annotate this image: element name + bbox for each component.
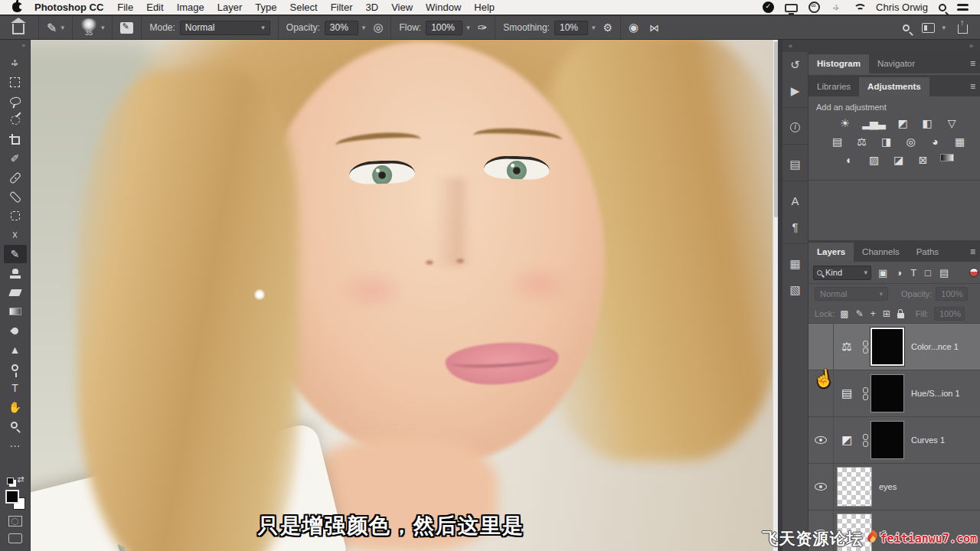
invert-icon[interactable]: ◐ <box>842 154 856 166</box>
tab-adjustments[interactable]: Adjustments <box>859 77 929 96</box>
pressure-size-icon[interactable]: ◉ <box>629 21 639 34</box>
extension-icon[interactable] <box>831 2 842 13</box>
layer-filtering-toggle[interactable] <box>969 268 978 277</box>
panel-menu-icon[interactable]: ≡ <box>970 81 975 92</box>
menu-layer[interactable]: Layer <box>217 2 243 13</box>
filter-adjustment-layers-icon[interactable]: ◑ <box>896 267 902 279</box>
filter-kind-select[interactable]: Kind ▾ <box>813 266 871 280</box>
chevron-down-icon[interactable]: ▾ <box>466 24 470 31</box>
dodge-tool[interactable] <box>4 360 27 378</box>
history-panel-icon[interactable]: ↺ <box>782 52 808 78</box>
workspace-switcher[interactable]: ▾ <box>922 23 946 33</box>
content-aware-move-tool[interactable]: ☓ <box>4 226 27 244</box>
fill-input[interactable]: 100% <box>934 307 965 321</box>
lasso-tool[interactable] <box>4 92 27 110</box>
photo-filter-icon[interactable]: ◎ <box>903 135 917 148</box>
menu-image[interactable]: Image <box>177 2 204 13</box>
type-tool[interactable]: T <box>4 379 27 397</box>
chevron-down-icon[interactable]: ▾ <box>592 24 596 31</box>
hand-tool[interactable]: ✋ <box>4 398 27 416</box>
layer-name[interactable]: eyes <box>879 482 897 491</box>
smoothing-input[interactable]: 10% <box>554 21 588 35</box>
chevron-down-icon[interactable]: ▾ <box>60 24 64 31</box>
document-canvas[interactable]: ⚓ <box>31 40 778 551</box>
opacity-input[interactable]: 30% <box>325 21 358 35</box>
brush-settings-panel-icon[interactable] <box>120 22 133 34</box>
brush-preview[interactable]: 35 <box>80 18 97 37</box>
menubar-user-name[interactable]: Chris Orwig <box>876 2 928 13</box>
gradient-tool[interactable] <box>4 302 27 321</box>
black-white-icon[interactable]: ◨ <box>879 135 893 148</box>
color-swatches[interactable] <box>5 490 25 510</box>
layer-thumbnail[interactable] <box>837 467 872 507</box>
chevron-down-icon[interactable]: ▾ <box>362 24 366 31</box>
sharpen-tool[interactable]: ▲ <box>4 341 27 359</box>
default-swap-colors-icon[interactable] <box>7 476 24 487</box>
channel-mixer-icon[interactable]: ◕ <box>928 135 942 148</box>
blend-mode-select[interactable]: Normal ▾ <box>180 21 270 35</box>
smoothing-gear-icon[interactable]: ⚙ <box>603 21 612 34</box>
layer-mask-thumbnail[interactable] <box>871 328 904 366</box>
panel-menu-icon[interactable]: ≡ <box>970 58 975 69</box>
app-menu-photoshop[interactable]: Photoshop CC <box>34 2 103 13</box>
quick-selection-tool[interactable] <box>4 111 27 129</box>
lock-all-icon[interactable] <box>897 313 904 318</box>
threshold-icon[interactable]: ◪ <box>891 154 905 166</box>
tab-paths[interactable]: Paths <box>908 243 947 262</box>
display-icon[interactable] <box>785 4 798 12</box>
chevron-down-icon[interactable]: ▾ <box>101 24 105 31</box>
posterize-icon[interactable]: ▨ <box>867 154 880 166</box>
filter-smart-objects-icon[interactable]: ▤ <box>939 267 949 279</box>
task-status-icon[interactable] <box>763 2 774 13</box>
clone-source-panel-icon[interactable]: ▤ <box>782 152 808 178</box>
brightness-contrast-icon[interactable]: ☀ <box>838 117 851 129</box>
layer-row[interactable]: ◩Curves 1 <box>808 417 980 464</box>
healing-brush-tool[interactable] <box>4 187 27 206</box>
tab-navigator[interactable]: Navigator <box>869 54 923 73</box>
layer-name[interactable]: Color...nce 1 <box>911 342 959 351</box>
airbrush-icon[interactable]: ✑ <box>478 21 488 34</box>
character-panel-icon[interactable]: A <box>782 188 808 214</box>
blur-tool[interactable] <box>4 321 27 340</box>
brush-tool[interactable]: ✎ <box>4 245 27 263</box>
search-icon[interactable] <box>903 24 910 31</box>
color-balance-icon[interactable]: ⚖ <box>854 135 868 148</box>
hue-saturation-icon[interactable]: ▤ <box>830 135 844 148</box>
layer-blend-mode-select[interactable]: Normal ▾ <box>815 287 888 301</box>
wifi-icon[interactable] <box>853 3 865 12</box>
panel-menu-icon[interactable]: ≡ <box>970 246 975 257</box>
control-center-icon[interactable] <box>957 4 969 12</box>
tab-channels[interactable]: Channels <box>854 243 908 262</box>
menu-file[interactable]: File <box>117 2 133 13</box>
gradient-map-icon[interactable] <box>940 154 954 161</box>
foreground-color-swatch[interactable] <box>5 490 19 504</box>
layer-row[interactable]: ⚖Color...nce 1 <box>808 324 980 370</box>
spotlight-search-icon[interactable] <box>939 4 946 11</box>
apple-logo-icon[interactable] <box>12 2 22 12</box>
layer-mask-thumbnail[interactable] <box>871 421 904 459</box>
exposure-icon[interactable]: ◧ <box>920 117 934 129</box>
filter-pixel-layers-icon[interactable]: ▣ <box>878 267 887 279</box>
tab-layers[interactable]: Layers <box>808 243 854 262</box>
toolbar-ellipsis[interactable]: ··· <box>4 436 27 455</box>
symmetry-icon[interactable]: ⋈ <box>649 22 658 34</box>
menu-view[interactable]: View <box>391 2 413 13</box>
levels-icon[interactable]: ▂▅▃ <box>862 117 884 129</box>
color-lookup-icon[interactable]: ▦ <box>952 135 966 148</box>
menu-window[interactable]: Window <box>426 2 461 13</box>
menu-select[interactable]: Select <box>289 2 317 13</box>
pressure-opacity-icon[interactable]: ◎ <box>373 21 383 34</box>
lock-paint-icon[interactable]: ✎ <box>856 308 864 319</box>
lock-artboard-icon[interactable]: ⊞ <box>883 308 890 319</box>
marquee-tool[interactable] <box>4 73 27 91</box>
move-tool[interactable] <box>4 54 27 72</box>
paragraph-panel-icon[interactable]: ¶ <box>782 214 808 240</box>
selective-color-icon[interactable]: ⊠ <box>916 154 929 166</box>
notes-panel-icon[interactable]: ▧ <box>782 277 808 303</box>
lock-position-icon[interactable]: + <box>871 308 876 319</box>
zoom-tool[interactable] <box>4 417 27 435</box>
info-panel-icon[interactable] <box>782 115 808 141</box>
filter-shape-layers-icon[interactable]: □ <box>925 267 931 279</box>
creative-cloud-icon[interactable] <box>808 2 820 13</box>
layer-visibility-toggle[interactable] <box>808 417 834 463</box>
